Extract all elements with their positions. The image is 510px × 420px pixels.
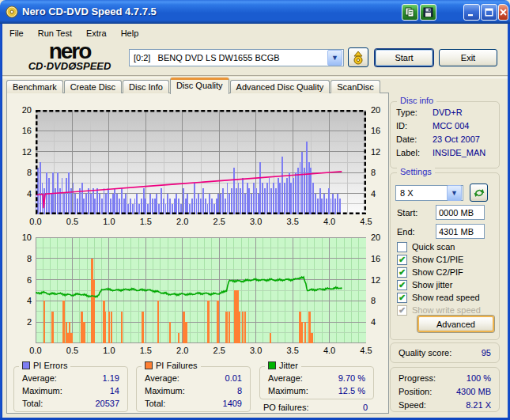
stat-row-value: 0.01 (225, 373, 242, 383)
y-axis-tick-label: 2 (5, 317, 32, 327)
tab-disc-quality[interactable]: Disc Quality (170, 78, 229, 94)
stat-box-title-text: PI Errors (33, 361, 67, 370)
x-axis-tick-label: 4.0 (316, 346, 343, 355)
x-axis-tick-label: 0.0 (22, 346, 49, 355)
quality-score-label: Quality score: (399, 348, 451, 358)
checkbox-show-read-speed[interactable]: ✔Show read speed (397, 292, 480, 303)
close-button[interactable] (498, 4, 508, 21)
y-axis-tick-label: 6 (5, 275, 32, 285)
stat-row-value: 8 (237, 386, 242, 395)
progress-row-value: 100 % (467, 373, 491, 383)
tab-advanced-disc-quality[interactable]: Advanced Disc Quality (230, 80, 331, 93)
menu-item-file[interactable]: File (2, 27, 31, 40)
chevron-down-icon[interactable]: ▼ (447, 185, 462, 201)
checkbox-show-jitter[interactable]: ✔Show jitter (397, 279, 452, 290)
checkbox-show-c2/pif[interactable]: ✔Show C2/PIF (397, 267, 463, 278)
disc-info-row-value: DVD+R (433, 108, 463, 117)
legend-square-icon (268, 361, 276, 369)
application-window: Nero CD-DVD Speed 4.7.7.5 (0, 0, 510, 420)
y-axis-tick-label: 4 (5, 189, 32, 199)
maximize-button[interactable] (481, 4, 497, 21)
save-screenshot-button[interactable] (420, 4, 436, 21)
advanced-button-label: Advanced (436, 320, 475, 329)
stat-row-value: 20537 (95, 399, 119, 408)
start-button-label: Start (395, 53, 413, 62)
stat-box-title-text: Jitter (279, 361, 298, 370)
legend-square-icon (145, 361, 153, 369)
menu-item-extra[interactable]: Extra (79, 27, 114, 40)
maximize-icon (485, 8, 493, 17)
progress-row-value: 4300 MB (456, 387, 491, 396)
stat-box-title: Jitter (265, 361, 301, 370)
stat-row: Maximum:14 (22, 386, 119, 397)
stat-row: Maximum:12.5 % (268, 386, 365, 397)
disc-info-title: Disc info (397, 96, 436, 105)
x-axis-tick-label: 2.5 (206, 217, 232, 226)
checkbox-box[interactable]: ✔ (397, 293, 407, 303)
start-position-input[interactable] (436, 205, 485, 220)
menu-item-help[interactable]: Help (114, 27, 146, 40)
stat-box-jitter: JitterAverage:9.70 %Maximum:12.5 % (259, 366, 374, 399)
progress-row-label: Speed: (399, 400, 426, 410)
stat-row-label: Maximum: (22, 386, 62, 395)
x-axis-tick-label: 3.0 (243, 346, 270, 355)
x-axis-tick-label: 4.5 (353, 217, 380, 226)
stat-row-label: Maximum: (145, 386, 185, 395)
menu-item-run-test[interactable]: Run Test (31, 27, 79, 40)
disc-info-row-label: Date: (396, 134, 417, 144)
stat-row-label: Average: (145, 373, 179, 383)
progress-row-label: Position: (399, 387, 432, 396)
checkbox-box[interactable] (397, 242, 407, 252)
end-position-input[interactable] (436, 224, 485, 239)
tab-scandisc[interactable]: ScanDisc (331, 80, 380, 93)
legend-square-icon (22, 361, 30, 369)
checkbox-label: Show jitter (412, 280, 452, 289)
checkbox-show-write-speed[interactable]: ✔Show write speed (397, 305, 481, 316)
checkbox-label: Show write speed (412, 305, 481, 315)
eject-disc-icon (351, 51, 365, 65)
y-axis-tick-label: 12 (5, 147, 32, 157)
scan-speed-value: 8 X (396, 188, 446, 198)
drive-selector[interactable]: [0:2] BENQ DVD LS DW1655 BCGB ▼ (129, 49, 344, 66)
minimize-icon (467, 8, 476, 17)
stat-box-pi-errors: PI ErrorsAverage:1.19Maximum:14Total:205… (13, 366, 128, 412)
minimize-button[interactable] (463, 4, 480, 21)
scan-speed-select[interactable]: 8 X ▼ (395, 185, 463, 201)
checkbox-box[interactable]: ✔ (397, 267, 407, 278)
stat-row-value: 1409 (223, 399, 242, 408)
progress-row: Position:4300 MB (399, 387, 491, 398)
tab-benchmark[interactable]: Benchmark (6, 80, 63, 93)
y-axis-tick-label: 4 (5, 296, 32, 305)
window-title: Nero CD-DVD Speed 4.7.7.5 (22, 6, 157, 17)
copy-to-clipboard-button[interactable] (402, 4, 418, 21)
checkbox-show-c1/pie[interactable]: ✔Show C1/PIE (397, 254, 463, 265)
y-axis-tick-label: 16 (5, 126, 32, 135)
stat-row-label: Total: (145, 399, 165, 408)
x-axis-tick-label: 1.0 (96, 346, 123, 355)
po-failures-label: PO failures: (263, 403, 308, 412)
disc-info-row-label: Label: (396, 148, 420, 157)
x-axis-tick-label: 1.5 (132, 217, 159, 226)
disc-info-row-label: Type: (396, 108, 417, 117)
exit-button-label: Exit (461, 53, 475, 62)
checkbox-box[interactable]: ✔ (397, 255, 407, 265)
checkbox-box[interactable]: ✔ (397, 280, 407, 290)
chevron-down-icon[interactable]: ▼ (327, 50, 342, 66)
eject-button[interactable] (348, 47, 368, 67)
start-button[interactable]: Start (375, 49, 433, 66)
exit-button[interactable]: Exit (439, 49, 497, 66)
checkbox-box[interactable]: ✔ (397, 305, 407, 316)
stat-row-value: 1.19 (103, 373, 119, 383)
checkbox-quick-scan[interactable]: Quick scan (397, 241, 455, 252)
tab-create-disc[interactable]: Create Disc (64, 80, 122, 93)
tab-disc-info[interactable]: Disc Info (123, 80, 169, 93)
progress-row: Progress:100 % (399, 373, 491, 384)
nero-logo-text: nero (11, 42, 128, 61)
stat-row-label: Maximum: (268, 386, 308, 395)
refresh-drive-button[interactable] (470, 184, 488, 202)
advanced-button[interactable]: Advanced (417, 316, 494, 332)
quality-score-value: 95 (482, 348, 491, 358)
progress-row-value: 8.21 X (466, 400, 491, 410)
stat-row: Total:20537 (22, 399, 119, 410)
checkbox-label: Show read speed (412, 293, 480, 302)
